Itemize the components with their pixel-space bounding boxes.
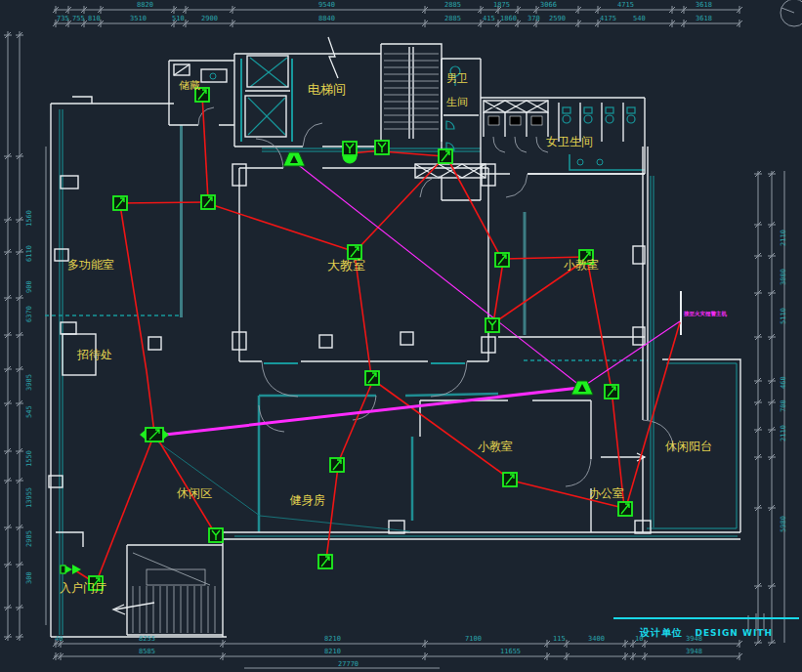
outlet-symbol: [348, 245, 361, 259]
speaker-symbol: [571, 381, 593, 395]
wire-magenta: [584, 321, 680, 386]
antenna-symbol: [209, 528, 223, 542]
dimension-label: 40: [55, 635, 63, 643]
room-label: 入户门厅: [60, 582, 106, 595]
dimension-label: 3510: [130, 15, 147, 22]
dimension-label: 10: [635, 635, 643, 643]
room-label: 办公室: [589, 487, 624, 500]
room-label: 男卫: [446, 73, 468, 85]
dimension-label: 540: [633, 15, 646, 22]
wire-red: [120, 205, 154, 433]
floorplan-drawing: [0, 0, 802, 672]
dimension-label: 3000: [780, 269, 787, 285]
room-label: 休闲阳台: [665, 441, 712, 453]
dimension-label: 5110: [780, 308, 787, 324]
dimension-label: 1875: [493, 1, 510, 9]
wire-red: [357, 158, 443, 250]
wire-red: [382, 151, 443, 156]
riser-note: 接至火灾报警主机: [684, 311, 727, 317]
walls-layer: [49, 44, 740, 637]
dimension-label: 6110: [25, 245, 33, 262]
symbols-layer: [61, 88, 632, 590]
dimension-label: 11655: [500, 648, 521, 655]
antenna-symbol: [485, 318, 499, 332]
title-block: 设计单位 DESIGN WITH: [640, 626, 773, 640]
room-label: 健身房: [290, 494, 325, 507]
dimension-label: 1860: [500, 15, 517, 22]
wire-red: [326, 467, 338, 560]
dimension-label: 3066: [540, 1, 557, 9]
outlet-symbol: [439, 149, 452, 163]
dimension-label: 415: [483, 15, 495, 22]
wc-fixtures: [488, 116, 542, 125]
dimension-label: 3400: [588, 635, 605, 643]
dimension-label: 8820: [137, 1, 153, 9]
speaker-symbol: [283, 152, 305, 166]
wire-red: [156, 437, 215, 533]
room-label: 小教室: [564, 259, 599, 272]
dimension-label: 27770: [338, 660, 359, 668]
guide-line: [154, 440, 410, 531]
outlet-symbol: [503, 473, 517, 486]
dimension-label: 13955: [25, 487, 33, 508]
room-label: 生间: [446, 97, 468, 108]
wire-red: [587, 259, 624, 507]
outlet-symbol: [618, 502, 632, 516]
room-label: 大教室: [327, 259, 365, 273]
room-label: 小教室: [478, 441, 513, 453]
dimension-label: 1560: [25, 210, 33, 227]
dimension-label: 6370: [25, 306, 33, 322]
dimension-label: 700: [780, 399, 787, 412]
dimension-label: 4175: [600, 15, 616, 22]
room-label: 储藏: [179, 80, 200, 92]
dimension-label: 4715: [617, 1, 634, 9]
outlet-symbol: [495, 253, 509, 267]
dimension-label: 810: [88, 15, 101, 22]
dimension-label: 900: [25, 280, 33, 293]
dimension-label: 3948: [686, 635, 702, 643]
wire-red: [338, 380, 373, 463]
hub-symbol: [140, 428, 169, 441]
design-with-label: DESIGN WITH: [695, 628, 772, 638]
stair-treads: [133, 54, 439, 633]
dimension-label: 2885: [444, 1, 461, 9]
dimension-label: 2985: [25, 530, 33, 547]
dimension-label: 735: [57, 15, 69, 22]
outlet-symbol: [201, 195, 215, 209]
dimension-label: 3618: [696, 1, 712, 9]
outlet-symbol: [605, 385, 618, 399]
dimension-label: 3985: [25, 374, 33, 391]
wire-red: [210, 204, 353, 251]
wire-red: [493, 262, 503, 323]
wire-red: [120, 202, 206, 203]
outlet-symbol: [113, 196, 127, 210]
dimension-label: 3948: [686, 648, 702, 655]
dimension-label: 9540: [318, 1, 335, 9]
antenna-symbol: [375, 141, 389, 154]
wire-magenta: [296, 163, 580, 386]
dimension-label: 2110: [780, 425, 787, 441]
dimension-label: 8585: [139, 648, 155, 655]
cad-floorplan-viewport: 设计单位 DESIGN WITH 接至火灾报警主机 储藏电梯间男卫生间女卫生间多…: [0, 0, 802, 672]
dimension-label: 8840: [318, 15, 335, 22]
dimension-label: 7100: [465, 635, 482, 643]
outlet-symbol: [318, 555, 332, 568]
design-unit-label: 设计单位: [640, 627, 683, 638]
dimension-label: 2110: [780, 230, 787, 246]
outlet-symbol: [365, 371, 379, 385]
room-label: 电梯间: [308, 83, 346, 97]
outlet-symbol: [330, 458, 344, 472]
room-label: 招待处: [77, 349, 112, 361]
ceiling-speaker-symbol: [343, 142, 357, 163]
dimension-label: 3618: [696, 15, 712, 22]
room-label: 多功能室: [67, 259, 114, 272]
dimension-label: 460: [780, 376, 787, 389]
dimension-label: 2590: [549, 15, 566, 22]
dimension-label: 8210: [324, 635, 341, 643]
dimension-label: 545: [25, 405, 33, 418]
dimension-label: 5980: [780, 516, 787, 532]
wire-red: [97, 437, 153, 581]
dimension-label: 2885: [444, 15, 461, 22]
room-label: 休闲区: [177, 487, 212, 500]
dimension-label: 510: [172, 15, 185, 22]
